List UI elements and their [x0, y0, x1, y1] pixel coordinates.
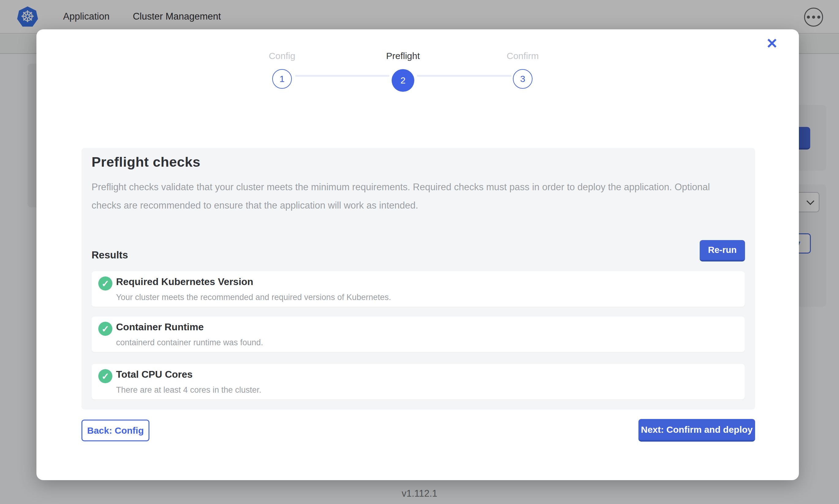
results-heading: Results	[91, 249, 128, 261]
preflight-description: Preflight checks validate that your clus…	[91, 178, 729, 215]
screen: ☸ Application Cluster Management 0 y v1.…	[0, 0, 839, 504]
step-label: Confirm	[483, 51, 563, 61]
next-confirm-deploy-button[interactable]: Next: Confirm and deploy	[638, 419, 755, 442]
results-bar: Results Re-run	[91, 240, 745, 263]
check-row: ✓ Required Kubernetes Version Your clust…	[91, 271, 745, 307]
check-title: Total CPU Cores	[116, 369, 193, 380]
check-message: containerd container runtime was found.	[116, 338, 263, 347]
preflight-panel: Preflight checks Preflight checks valida…	[82, 148, 755, 410]
check-title: Required Kubernetes Version	[116, 276, 253, 287]
check-message: Your cluster meets the recommended and r…	[116, 293, 391, 302]
step-number-circle: 3	[513, 69, 532, 89]
close-icon[interactable]: ✕	[762, 34, 782, 53]
preflight-modal: ✕ Config 1 Preflight 2 Confirm 3 Preflig…	[36, 29, 799, 480]
rerun-button[interactable]: Re-run	[700, 240, 745, 262]
stepper-connector	[417, 75, 512, 77]
back-config-button[interactable]: Back: Config	[82, 419, 150, 441]
stepper-step-preflight[interactable]: Preflight 2	[363, 51, 443, 92]
check-title: Container Runtime	[116, 321, 204, 333]
step-number-circle: 2	[392, 69, 414, 92]
step-label: Preflight	[363, 51, 443, 61]
stepper-step-confirm[interactable]: Confirm 3	[483, 51, 563, 89]
check-pass-icon: ✓	[98, 369, 113, 383]
step-number-circle: 1	[272, 69, 292, 89]
step-label: Config	[242, 51, 322, 61]
check-message: There are at least 4 cores in the cluste…	[116, 385, 261, 395]
stepper-step-config[interactable]: Config 1	[242, 51, 322, 89]
stepper-connector	[295, 75, 390, 77]
check-pass-icon: ✓	[98, 276, 113, 290]
check-row: ✓ Total CPU Cores There are at least 4 c…	[91, 364, 745, 399]
check-pass-icon: ✓	[98, 322, 113, 336]
check-row: ✓ Container Runtime containerd container…	[91, 317, 745, 352]
page-title: Preflight checks	[91, 154, 745, 170]
